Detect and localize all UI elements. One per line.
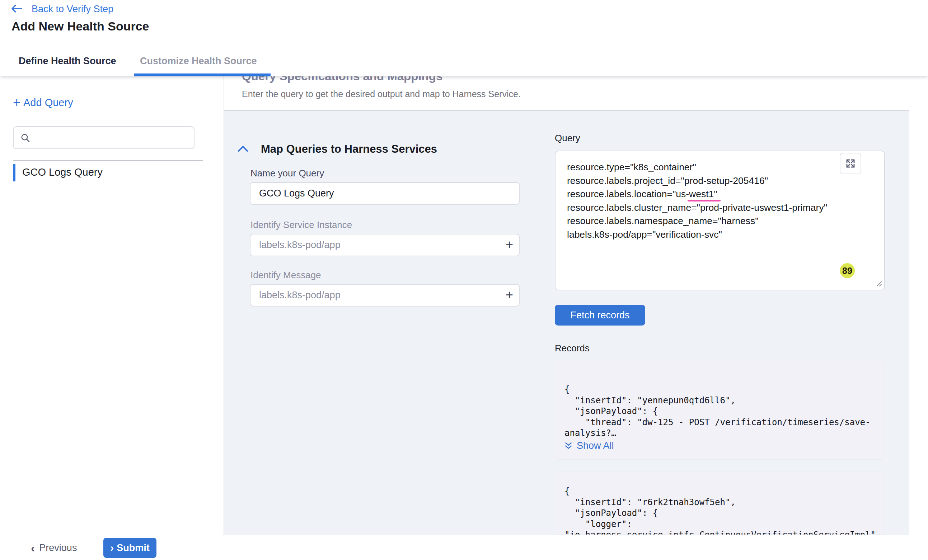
previous-button[interactable]: ‹ Previous bbox=[31, 535, 77, 560]
text-line: resource.type="k8s_container" bbox=[567, 161, 874, 174]
query-search-input[interactable] bbox=[34, 128, 189, 147]
identify-service-instance-label: Identify Service Instance bbox=[250, 219, 352, 231]
text-line: labels.k8s-pod/app="verification-svc" bbox=[567, 228, 874, 242]
identify-message-label: Identify Message bbox=[250, 269, 321, 281]
text-line: { bbox=[565, 486, 876, 497]
map-queries-heading: Map Queries to Harness Services bbox=[261, 143, 437, 155]
query-item-label: GCO Logs Query bbox=[22, 166, 103, 178]
submit-button[interactable]: › Submit bbox=[103, 538, 156, 558]
health-source-tabbar: Define Health Source Customize Health So… bbox=[0, 47, 928, 76]
text-line: "jsonPayload": { bbox=[565, 508, 876, 519]
grammar-score-badge[interactable]: 89 bbox=[840, 263, 855, 278]
text-line: "thread": "dw-125 - POST /verification/t… bbox=[565, 417, 871, 428]
record-card-1: { "insertId": "yennepun0qtd6ll6", "jsonP… bbox=[555, 360, 885, 460]
record-card-2: { "insertId": "r6rk2tnah3owf5eh", "jsonP… bbox=[555, 471, 885, 535]
section-subtitle: Enter the query to get the desired outpu… bbox=[242, 89, 521, 99]
active-item-bar bbox=[13, 164, 15, 181]
active-tab-underline bbox=[134, 73, 270, 76]
expand-icon bbox=[845, 158, 856, 169]
collapse-section-button[interactable] bbox=[237, 144, 249, 154]
chevron-left-icon: ‹ bbox=[31, 542, 35, 554]
double-chevron-down-icon bbox=[564, 441, 573, 451]
add-service-instance-path-icon[interactable]: + bbox=[506, 237, 513, 253]
page-title: Add New Health Source bbox=[11, 19, 149, 33]
record-2-json: { "insertId": "r6rk2tnah3owf5eh", "jsonP… bbox=[565, 486, 876, 535]
tab-define-health-source[interactable]: Define Health Source bbox=[19, 47, 116, 76]
add-query-button[interactable]: + Add Query bbox=[13, 96, 73, 109]
identify-message-input[interactable] bbox=[259, 286, 496, 304]
sidebar-item-gco-logs-query[interactable]: GCO Logs Query bbox=[13, 163, 200, 182]
back-link-label: Back to Verify Step bbox=[32, 4, 113, 15]
name-query-label: Name your Query bbox=[250, 168, 324, 179]
query-text: resource.type="k8s_container"resource.la… bbox=[567, 161, 874, 241]
chevron-up-icon bbox=[237, 144, 249, 154]
add-message-path-icon[interactable]: + bbox=[506, 288, 513, 303]
identify-service-instance-input[interactable] bbox=[259, 236, 496, 254]
tab-customize-health-source[interactable]: Customize Health Source bbox=[140, 47, 257, 76]
sidebar-divider bbox=[13, 160, 203, 161]
show-all-link[interactable]: Show All bbox=[564, 440, 614, 451]
submit-label: Submit bbox=[117, 542, 150, 554]
text-line: { bbox=[565, 384, 871, 395]
add-query-label: Add Query bbox=[23, 97, 73, 109]
footer-bar: ‹ Previous › Submit bbox=[0, 535, 928, 560]
previous-label: Previous bbox=[39, 542, 77, 554]
records-label: Records bbox=[555, 343, 589, 354]
expand-query-button[interactable] bbox=[840, 153, 861, 174]
page-header: Back to Verify Step Add New Health Sourc… bbox=[0, 0, 928, 47]
text-line: resource.labels.cluster_name="prod-priva… bbox=[567, 201, 874, 215]
text-line: "jsonPayload": { bbox=[565, 406, 871, 417]
query-textarea[interactable]: resource.type="k8s_container"resource.la… bbox=[555, 151, 885, 291]
show-all-label: Show All bbox=[577, 440, 614, 451]
back-to-verify-link[interactable]: Back to Verify Step bbox=[11, 4, 113, 15]
record-1-json: { "insertId": "yennepun0qtd6ll6", "jsonP… bbox=[565, 384, 871, 439]
text-line: analysis?… bbox=[565, 428, 871, 439]
text-line: "insertId": "yennepun0qtd6ll6", bbox=[565, 395, 871, 406]
name-query-field bbox=[250, 182, 520, 205]
spellcheck-underline bbox=[688, 200, 720, 201]
query-label: Query bbox=[555, 132, 580, 144]
back-arrow-icon bbox=[11, 4, 22, 14]
fetch-records-button[interactable]: Fetch records bbox=[555, 305, 645, 326]
text-line: resource.labels.location="us-west1" bbox=[567, 187, 874, 201]
search-icon bbox=[20, 132, 31, 143]
text-line: "insertId": "r6rk2tnah3owf5eh", bbox=[565, 497, 876, 508]
text-line: "logger": bbox=[565, 519, 876, 530]
plus-icon: + bbox=[13, 96, 20, 109]
resize-handle-icon[interactable] bbox=[873, 278, 883, 289]
chevron-right-icon: › bbox=[110, 542, 114, 553]
identify-message-field: + bbox=[250, 284, 520, 306]
text-line: resource.labels.project_id="prod-setup-2… bbox=[567, 174, 874, 188]
text-line: "io.harness.service.intfc.ContinuousVeri… bbox=[565, 530, 876, 535]
query-search-box bbox=[13, 126, 194, 149]
identify-service-instance-field: + bbox=[250, 234, 520, 256]
name-query-input[interactable] bbox=[259, 184, 496, 202]
text-line: resource.labels.namespace_name="harness" bbox=[567, 215, 874, 228]
